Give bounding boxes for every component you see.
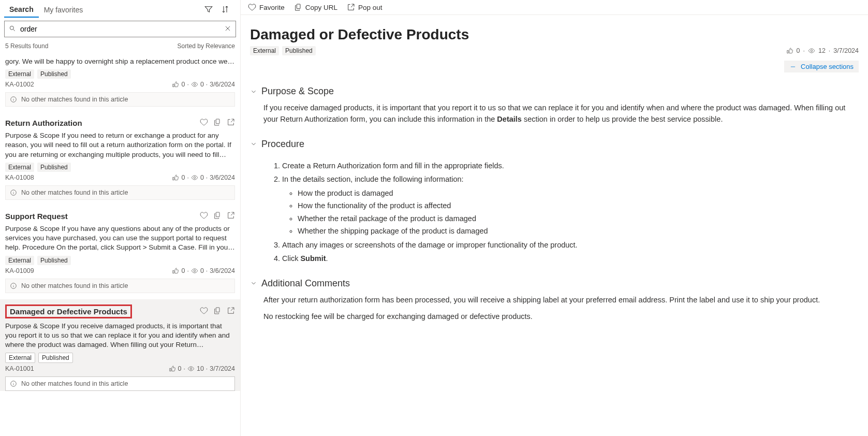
badge-external: External xyxy=(5,69,34,79)
article-toolbar: Favorite Copy URL Pop out xyxy=(241,0,868,15)
search-wrap xyxy=(0,18,240,40)
results-count: 5 Results found xyxy=(5,42,48,50)
favorite-icon[interactable] xyxy=(200,118,208,128)
search-meta: 5 Results found Sorted by Relevance xyxy=(0,40,240,54)
list-item: Create a Return Authorization form and f… xyxy=(282,160,859,171)
result-snippet: Purpose & Scope If you need to return or… xyxy=(5,131,235,159)
tabs-row: Search My favorites xyxy=(0,0,240,18)
sort-icon[interactable] xyxy=(220,5,230,16)
left-pane: Search My favorites 5 Results found Sort… xyxy=(0,0,241,436)
svg-point-0 xyxy=(10,26,13,30)
popout-icon[interactable] xyxy=(227,307,235,316)
badge-published: Published xyxy=(282,46,316,55)
search-icon xyxy=(9,25,16,34)
procedure-list: Create a Return Authorization form and f… xyxy=(263,160,859,265)
svg-point-7 xyxy=(194,270,196,272)
results-list: gory. We will be happy to overnight ship… xyxy=(0,54,240,436)
search-input[interactable] xyxy=(20,25,220,33)
result-title: Damaged or Defective Products xyxy=(5,304,132,318)
section-header[interactable]: Additional Comments xyxy=(250,278,859,289)
list-item: Whether the retail package of the produc… xyxy=(298,213,859,224)
result-stats: 0 · 0 · 3/6/2024 xyxy=(172,81,235,88)
result-title: Support Request xyxy=(5,212,68,221)
chevron-down-icon xyxy=(250,140,257,148)
paragraph: No restocking fee will be charged for ex… xyxy=(263,311,859,322)
badge-published: Published xyxy=(38,353,73,363)
like-icon xyxy=(786,47,793,54)
copy-icon[interactable] xyxy=(213,211,222,221)
result-id: KA-01001 xyxy=(5,365,34,372)
no-match-banner: No other matches found in this article xyxy=(5,185,235,200)
article-stats: 0 · 12 · 3/7/2024 xyxy=(786,47,859,54)
result-snippet: Purpose & Scope If you receive damaged p… xyxy=(5,322,235,350)
tab-search[interactable]: Search xyxy=(4,2,39,18)
copy-icon[interactable] xyxy=(213,307,222,316)
result-snippet: gory. We will be happy to overnight ship… xyxy=(5,57,235,66)
result-stats: 0 · 0 · 3/6/2024 xyxy=(172,267,235,274)
list-item: Click Submit. xyxy=(282,253,859,264)
minus-icon xyxy=(789,63,797,70)
chevron-down-icon xyxy=(250,88,257,95)
info-icon xyxy=(10,96,17,103)
result-stats: 0 · 10 · 3/7/2024 xyxy=(169,365,236,372)
svg-point-10 xyxy=(190,368,192,370)
tab-favorites[interactable]: My favorites xyxy=(39,3,88,17)
svg-rect-6 xyxy=(216,212,219,217)
badge-external: External xyxy=(5,353,35,363)
result-snippet: Purpose & Scope If you have any question… xyxy=(5,224,235,253)
result-id: KA-01009 xyxy=(5,267,34,274)
sub-list: How the product is damaged How the funct… xyxy=(282,187,859,237)
result-title: Return Authorization xyxy=(5,119,82,127)
popout-icon[interactable] xyxy=(227,211,235,221)
right-pane: Favorite Copy URL Pop out Damaged or Def… xyxy=(241,0,868,436)
article-body: Damaged or Defective Products External P… xyxy=(241,15,868,436)
list-item: In the details section, include the foll… xyxy=(282,173,859,237)
svg-point-1 xyxy=(194,83,196,85)
section-additional: Additional Comments After your return au… xyxy=(250,278,859,323)
svg-point-4 xyxy=(194,177,196,179)
collapse-sections-button[interactable]: Collapse sections xyxy=(784,61,859,72)
list-item: Whether the shipping package of the prod… xyxy=(298,225,859,237)
like-icon xyxy=(172,81,179,88)
favorite-icon[interactable] xyxy=(200,307,208,316)
filter-icon[interactable] xyxy=(204,5,213,16)
no-match-banner: No other matches found in this article xyxy=(5,279,235,293)
sort-label: Sorted by Relevance xyxy=(178,42,235,50)
badge-external: External xyxy=(5,256,34,265)
section-header[interactable]: Procedure xyxy=(250,139,859,150)
svg-point-13 xyxy=(811,50,813,52)
svg-rect-3 xyxy=(216,119,219,124)
result-item[interactable]: Return Authorization Purpose & Scope If … xyxy=(0,113,240,200)
article-title: Damaged or Defective Products xyxy=(250,26,859,43)
views-icon xyxy=(191,81,198,88)
badge-external: External xyxy=(250,46,279,55)
pop-out-button[interactable]: Pop out xyxy=(347,3,382,11)
section-header[interactable]: Purpose & Scope xyxy=(250,86,859,97)
svg-rect-12 xyxy=(297,4,300,9)
result-id: KA-01008 xyxy=(5,174,34,181)
no-match-banner: No other matches found in this article xyxy=(5,92,235,107)
list-item: How the product is damaged xyxy=(298,187,859,199)
result-item[interactable]: Support Request Purpose & Scope If you h… xyxy=(0,206,240,293)
paragraph: If you receive damaged products, it is i… xyxy=(263,102,859,125)
favorite-button[interactable]: Favorite xyxy=(248,3,285,11)
copy-url-button[interactable]: Copy URL xyxy=(294,3,337,11)
result-stats: 0 · 0 · 3/6/2024 xyxy=(172,174,235,181)
badge-published: Published xyxy=(37,163,71,172)
badge-external: External xyxy=(5,163,34,172)
search-box xyxy=(4,21,236,37)
result-item[interactable]: gory. We will be happy to overnight ship… xyxy=(0,54,240,107)
section-procedure: Procedure Create a Return Authorization … xyxy=(250,139,859,265)
popout-icon[interactable] xyxy=(227,118,235,128)
no-match-banner: No other matches found in this article xyxy=(5,376,235,391)
badge-published: Published xyxy=(37,69,71,79)
section-purpose: Purpose & Scope If you receive damaged p… xyxy=(250,86,859,125)
views-icon xyxy=(808,47,815,54)
favorite-icon[interactable] xyxy=(200,211,208,221)
clear-icon[interactable] xyxy=(224,25,231,34)
result-item-selected[interactable]: Damaged or Defective Products Purpose & … xyxy=(0,299,240,391)
chevron-down-icon xyxy=(250,280,257,287)
badge-published: Published xyxy=(37,256,71,265)
svg-rect-9 xyxy=(216,308,219,312)
copy-icon[interactable] xyxy=(213,118,222,128)
